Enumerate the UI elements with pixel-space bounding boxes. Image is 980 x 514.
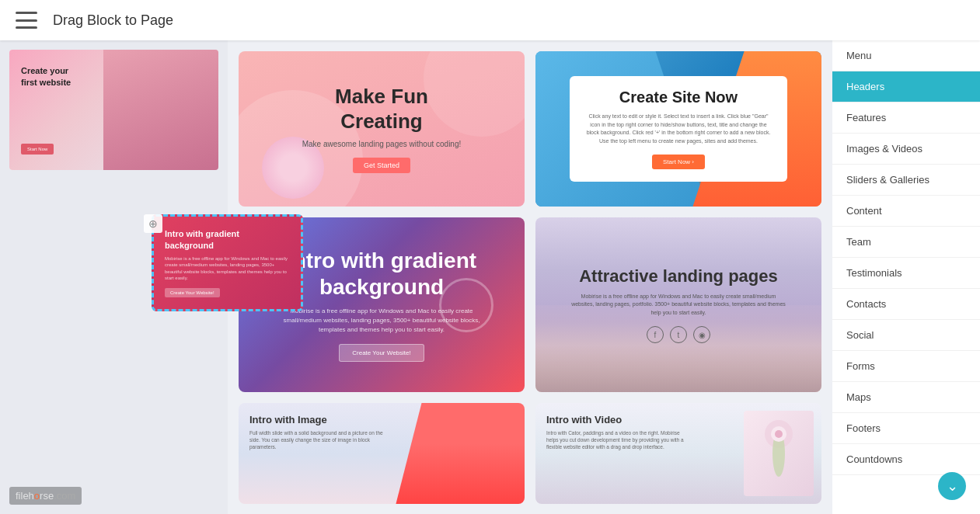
preview-title: Create yourfirst website (21, 65, 71, 89)
preview-image: Create yourfirst website Start Now (9, 50, 218, 170)
svg-point-3 (775, 430, 783, 438)
scroll-down-button[interactable]: ⌄ (938, 472, 966, 500)
create-site-desc: Click any text to edit or style it. Sele… (585, 113, 772, 145)
top-bar: Drag Block to Page (0, 0, 980, 40)
block-card-create-site[interactable]: Create Site Now Click any text to edit o… (535, 51, 821, 207)
create-site-title: Create Site Now (585, 89, 772, 106)
twitter-icon[interactable]: t (670, 326, 687, 343)
sidebar-item-content[interactable]: Content (832, 196, 980, 227)
sidebar-item-features[interactable]: Features (832, 102, 980, 134)
create-site-box: Create Site Now Click any text to edit o… (570, 76, 787, 182)
block-card-intro-video[interactable]: Intro with Video Intro with Cator, paddi… (535, 403, 821, 504)
intro-video-desc: Intro with Cator, paddings and a video o… (546, 429, 686, 450)
right-sidebar: MenuHeadersFeaturesImages & VideosSlider… (832, 40, 980, 514)
block-card-intro-image[interactable]: Intro with Image Full width slide with a… (239, 403, 525, 504)
sidebar-item-sliders---galleries[interactable]: Sliders & Galleries (832, 165, 980, 196)
page-title: Drag Block to Page (53, 12, 173, 29)
drag-ghost-subtitle: Mobirise is a free offline app for Windo… (165, 255, 290, 282)
attractive-social-icons: f t ◉ (647, 326, 710, 343)
drag-ghost-button[interactable]: Create Your Website! (165, 288, 220, 297)
block-card-attractive[interactable]: Attractive landing pages Mobirise is a f… (535, 217, 821, 392)
intro-image-desc: Full width slide with a solid background… (249, 429, 389, 450)
gradient-circle-decoration (439, 278, 493, 332)
instagram-icon[interactable]: ◉ (693, 326, 710, 343)
sidebar-item-images---videos[interactable]: Images & Videos (832, 134, 980, 165)
block-card-make-fun[interactable]: Make FunCreating Make awesome landing pa… (239, 51, 525, 207)
make-fun-title: Make FunCreating (335, 85, 428, 133)
create-site-button[interactable]: Start Now › (652, 155, 705, 169)
preview-girl-image (103, 50, 218, 170)
attractive-title: Attractive landing pages (579, 266, 778, 287)
sidebar-item-forms[interactable]: Forms (832, 351, 980, 382)
make-fun-button[interactable]: Get Started (353, 158, 410, 173)
intro-video-photo (744, 411, 814, 496)
preview-cta-button: Start Now (21, 144, 54, 155)
main-content-area: Make FunCreating Make awesome landing pa… (228, 40, 832, 514)
sidebar-item-countdowns[interactable]: Countdowns (832, 444, 980, 475)
blocks-grid: Make FunCreating Make awesome landing pa… (239, 51, 821, 504)
watermark: filehorse.com (9, 487, 82, 505)
drag-ghost-title: Intro with gradient background (165, 228, 290, 251)
sidebar-item-team[interactable]: Team (832, 227, 980, 258)
facebook-icon[interactable]: f (647, 326, 664, 343)
sidebar-item-social[interactable]: Social (832, 320, 980, 351)
attractive-desc: Mobirise is a free offline app for Windo… (570, 293, 787, 318)
make-fun-subtitle: Make awesome landing pages without codin… (302, 140, 462, 148)
drag-ghost-block[interactable]: Intro with gradient background Mobirise … (152, 214, 303, 311)
sidebar-item-headers[interactable]: Headers (832, 71, 980, 102)
attractive-cityscape (535, 346, 821, 392)
sidebar-item-menu[interactable]: Menu (832, 40, 980, 71)
preview-thumbnail[interactable]: Create yourfirst website Start Now (9, 50, 218, 170)
sidebar-item-maps[interactable]: Maps (832, 382, 980, 413)
drag-handle-icon: ⊕ (144, 214, 162, 233)
hamburger-icon[interactable] (16, 12, 37, 29)
sidebar-item-testimonials[interactable]: Testimonials (832, 258, 980, 289)
sidebar-item-footers[interactable]: Footers (832, 413, 980, 444)
gradient-button[interactable]: Create Your Website! (339, 344, 424, 362)
sidebar-item-contacts[interactable]: Contacts (832, 289, 980, 320)
